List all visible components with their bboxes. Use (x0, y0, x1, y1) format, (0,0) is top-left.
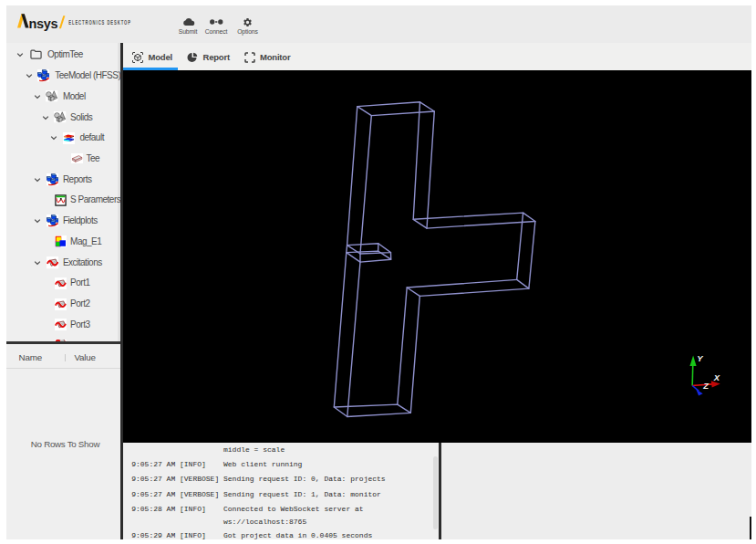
svg-text:Z: Z (702, 381, 709, 391)
svg-text:nsys: nsys (29, 16, 58, 31)
svg-text:X: X (712, 372, 720, 382)
svg-text:Y: Y (697, 353, 704, 363)
svg-text:ELECTRONICS DESKTOP: ELECTRONICS DESKTOP (68, 19, 131, 26)
